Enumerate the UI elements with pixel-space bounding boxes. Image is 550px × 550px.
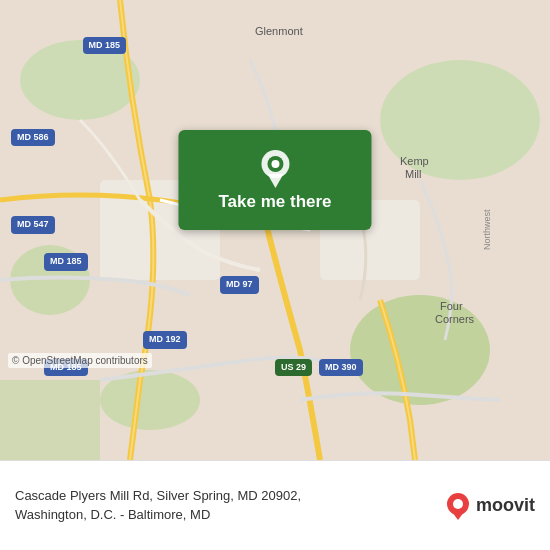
map-background: Northwest Glenmont Kemp Mill Four Corner…	[0, 0, 550, 460]
svg-text:Four: Four	[440, 300, 463, 312]
road-badge-md97: MD 97	[220, 276, 259, 294]
svg-marker-18	[267, 174, 283, 188]
button-overlay: Take me there	[178, 130, 371, 230]
road-badge-md586: MD 586	[11, 129, 55, 147]
moovit-logo: moovit	[444, 492, 535, 520]
svg-text:Glenmont: Glenmont	[255, 25, 303, 37]
moovit-text: moovit	[476, 495, 535, 516]
address-line1: Cascade Plyers Mill Rd, Silver Spring, M…	[15, 488, 301, 503]
road-badge-md390: MD 390	[319, 359, 363, 377]
address-line2: Washington, D.C. - Baltimore, MD	[15, 507, 210, 522]
road-badge-md192: MD 192	[143, 331, 187, 349]
road-badge-md547: MD 547	[11, 216, 55, 234]
copyright-text: © OpenStreetMap contributors	[8, 353, 152, 368]
svg-text:Corners: Corners	[435, 313, 475, 325]
road-badge-us29: US 29	[275, 359, 312, 377]
address-line: Cascade Plyers Mill Rd, Silver Spring, M…	[15, 487, 444, 523]
svg-point-17	[271, 160, 279, 168]
address-block: Cascade Plyers Mill Rd, Silver Spring, M…	[15, 487, 444, 523]
take-me-there-label: Take me there	[218, 192, 331, 212]
pin-icon	[257, 148, 293, 184]
svg-text:Kemp: Kemp	[400, 155, 429, 167]
svg-point-3	[350, 295, 490, 405]
take-me-there-button[interactable]: Take me there	[178, 130, 371, 230]
info-bar: Cascade Plyers Mill Rd, Silver Spring, M…	[0, 460, 550, 550]
svg-point-20	[453, 499, 463, 509]
svg-text:Mill: Mill	[405, 168, 422, 180]
moovit-icon	[444, 492, 472, 520]
road-badge-md185-mid: MD 185	[44, 253, 88, 271]
svg-marker-21	[452, 512, 464, 520]
map-container: Northwest Glenmont Kemp Mill Four Corner…	[0, 0, 550, 460]
road-badge-md185-top: MD 185	[83, 37, 127, 55]
svg-rect-6	[0, 380, 100, 460]
svg-text:Northwest: Northwest	[482, 209, 492, 250]
